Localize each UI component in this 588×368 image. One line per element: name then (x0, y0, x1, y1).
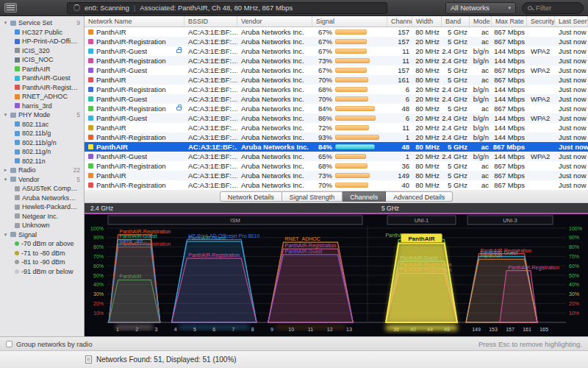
sidebar-item-label: PanthAIR-Regist… (22, 84, 78, 91)
sidebar-item-panthair-guest[interactable]: PanthAIR-Guest (0, 74, 84, 83)
sidebar-item-unknown[interactable]: Unknown (0, 221, 84, 230)
sidebar-item-70-dbm-or-above[interactable]: -70 dBm or above (0, 239, 84, 249)
network-color-icon (15, 76, 20, 81)
sidebar-item-71-to-80-dbm[interactable]: -71 to -80 dBm (0, 249, 84, 258)
column-header-network-name[interactable]: Network Name (85, 16, 184, 26)
network-row[interactable]: PanthAIR-RegistrationAC:A3:1E:BF:…Aruba … (85, 161, 588, 171)
sidebar-item-91-dbm-or-below[interactable]: -91 dBm or below (0, 267, 84, 277)
sidebar-item-802-11g-n[interactable]: 802.11g/n (0, 147, 84, 157)
sidebar-item-harris-3rd[interactable]: harris_3rd (0, 102, 84, 111)
network-row[interactable]: PanthAIR-RegistrationAC:A3:1E:BF:…Aruba … (85, 85, 588, 94)
svg-text:161: 161 (523, 327, 531, 332)
signal-bar-track (335, 135, 387, 140)
disclosure-triangle-icon[interactable]: ▸ (3, 167, 8, 173)
signal-bar-track (335, 87, 387, 92)
sidebar-item-802-11b-g-n[interactable]: 802.11b/g/n (0, 138, 84, 148)
network-row[interactable]: PanthAIR-GuestAC:A3:1E:BF:…Aruba Network… (85, 46, 588, 56)
disclosure-triangle-icon[interactable]: ▾ (3, 177, 8, 183)
sidebar-item-802-11ac[interactable]: 802.11ac (0, 120, 84, 130)
sidebar-item-icis-noc[interactable]: ICIS_NOC (0, 55, 84, 65)
tab-signal-strength[interactable]: Signal Strength (282, 191, 343, 202)
sidebar-item-netgear-inc[interactable]: Netgear Inc. (0, 212, 84, 222)
tab-advanced-details[interactable]: Advanced Details (386, 191, 453, 202)
column-header-width[interactable]: Width (412, 16, 442, 26)
cell-signal: 93% (312, 132, 387, 142)
network-curve-highlighted[interactable] (386, 243, 457, 322)
signal-legend-dot-icon (15, 241, 19, 246)
channels-spectrum-chart[interactable]: ISMUNI-1UNI-3100%100%90%90%80%80%70%70%6… (85, 214, 588, 335)
network-row[interactable]: PanthAIR-GuestAC:A3:1E:BF:…Aruba Network… (85, 152, 588, 161)
signal-bar (335, 77, 368, 82)
tab-network-details[interactable]: Network Details (220, 191, 282, 202)
column-header-band[interactable]: Band (442, 16, 470, 26)
group-icon (10, 232, 16, 237)
network-scope-dropdown[interactable]: All Networks ▾ (445, 2, 516, 14)
network-row[interactable]: PanthAIR-GuestAC:A3:1E:BF:…Aruba Network… (85, 66, 588, 75)
network-row[interactable]: PanthAIRAC:A3:1E:BF:…Aruba Networks Inc.… (85, 123, 588, 132)
sidebar-group-signal[interactable]: ▾Signal (0, 230, 84, 240)
network-row[interactable]: PanthAIR-RegistrationAC:A3:1E:BF:…Aruba … (85, 180, 588, 190)
signal-bar (335, 183, 368, 188)
column-header-max-rate[interactable]: Max Rate (492, 16, 527, 26)
cell-width: 80 MHz (412, 75, 442, 85)
svg-text:20%: 20% (93, 301, 104, 306)
sidebar-group-service-set[interactable]: ▾Service Set9 (0, 18, 84, 28)
sidebar-item-panthair-regist[interactable]: PanthAIR-Regist… (0, 83, 84, 93)
column-header-security[interactable]: Security (527, 16, 555, 26)
group-by-radio-checkbox[interactable] (6, 341, 12, 347)
network-row[interactable]: PanthAIR-GuestAC:A3:1E:BF:…Aruba Network… (85, 113, 588, 123)
column-header-bssid[interactable]: BSSID (184, 16, 237, 26)
sidebar-item-802-11n[interactable]: 802.11n (0, 157, 84, 166)
cell-bssid: AC:A3:1E:BF:… (184, 27, 237, 37)
cell-max-rate: 867 Mbps (492, 66, 527, 75)
signal-bar (335, 125, 369, 130)
disclosure-triangle-icon[interactable]: ▾ (3, 20, 8, 26)
svg-text:40%: 40% (569, 282, 579, 287)
group-icon (10, 168, 16, 173)
svg-text:70%: 70% (569, 254, 579, 259)
column-header-channel[interactable]: Channel (387, 16, 412, 26)
tab-channels[interactable]: Channels (343, 191, 386, 202)
sidebar-item-802-11b-g[interactable]: 802.11b/g (0, 129, 84, 138)
column-header-vendor[interactable]: Vendor (237, 16, 312, 26)
disclosure-triangle-icon[interactable]: ▾ (3, 112, 8, 118)
cell-name: PanthAIR-Registration (85, 37, 184, 46)
cell-mode: b/g/n (470, 94, 492, 104)
network-name: PanthAIR (96, 76, 126, 84)
sidebar-item-81-to-90-dbm[interactable]: -81 to -90 dBm (0, 258, 84, 267)
column-header-last-seen[interactable]: Last Seen (555, 16, 588, 26)
sidebar-item-icis-320[interactable]: ICIS_320 (0, 46, 84, 56)
signal-bar (335, 49, 367, 54)
network-row[interactable]: PanthAIRAC:A3:1E:BF:…Aruba Networks Inc.… (85, 142, 588, 152)
network-row[interactable]: PanthAIR-RegistrationAC:A3:1E:BF:…Aruba … (85, 37, 588, 46)
sidebar-toggle-icon[interactable] (4, 3, 17, 13)
signal-legend-dot-icon (15, 260, 19, 264)
network-row[interactable]: PanthAIR-GuestAC:A3:1E:BF:…Aruba Network… (85, 94, 588, 104)
sidebar-item-aruba-networks[interactable]: Aruba Networks… (0, 194, 84, 203)
cell-bssid: AC:A3:1E:BF:… (184, 85, 237, 94)
network-color-icon (88, 87, 93, 92)
sidebar-item-hewlett-packard[interactable]: Hewlett-Packard… (0, 202, 84, 212)
svg-text:13: 13 (346, 327, 352, 332)
network-row[interactable]: PanthAIRAC:A3:1E:BF:…Aruba Networks Inc.… (85, 27, 588, 37)
sidebar-group-phy-mode[interactable]: ▾PHY Mode5 (0, 110, 84, 120)
network-row[interactable]: PanthAIRAC:A3:1E:BF:…Aruba Networks Inc.… (85, 75, 588, 85)
sidebar-group-vendor[interactable]: ▾Vendor5 (0, 175, 84, 185)
sidebar-item-hc327-public[interactable]: HC327 Public (0, 28, 84, 38)
sidebar-group-radio[interactable]: ▸Radio22 (0, 166, 84, 175)
detail-tabs-bar: Network DetailsSignal StrengthChannelsAd… (85, 190, 588, 203)
sidebar-item-rnet-adhoc[interactable]: RNET_ADHOC (0, 92, 84, 102)
sidebar-item-asustek-comp[interactable]: ASUSTeK Comp… (0, 184, 84, 194)
sidebar-item-hp-print-ad-offi[interactable]: HP-Print-AD-Offi… (0, 37, 84, 46)
column-header-mode[interactable]: Mode (470, 16, 492, 26)
filter-input[interactable]: Filter (522, 2, 584, 14)
sidebar-item-label: -71 to -80 dBm (21, 250, 65, 257)
column-header-signal[interactable]: Signal (312, 16, 387, 26)
scan-status-box: en0: Scanning | Associated: PanthAIR, Ch… (67, 2, 387, 14)
sidebar-item-panthair[interactable]: PanthAIR (0, 65, 84, 74)
network-row[interactable]: PanthAIRAC:A3:1E:BF:…Aruba Networks Inc.… (85, 171, 588, 180)
network-row[interactable]: PanthAIR-RegistrationAC:A3:1E:BF:…Aruba … (85, 56, 588, 66)
network-row[interactable]: PanthAIR-RegistrationAC:A3:1E:BF:…Aruba … (85, 104, 588, 113)
network-row[interactable]: PanthAIR-RegistrationAC:A3:1E:BF:…Aruba … (85, 132, 588, 142)
disclosure-triangle-icon[interactable]: ▾ (3, 232, 8, 238)
